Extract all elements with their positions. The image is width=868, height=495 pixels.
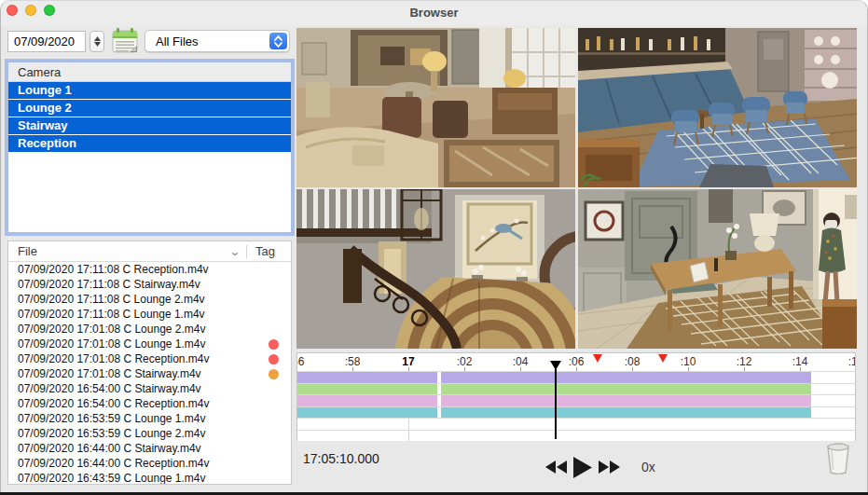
timeline-track-stairway[interactable] [297,394,855,406]
trash-icon[interactable] [824,443,852,474]
file-column-header[interactable]: File [8,244,230,258]
file-row[interactable]: 07/09/2020 17:11:08 C Lounge 1.m4v [8,307,291,322]
file-row[interactable]: 07/09/2020 16:53:59 C Lounge 1.m4v [8,411,291,426]
stepper-down-icon[interactable] [94,42,101,47]
select-chevrons-icon [269,33,287,49]
file-name: 07/09/2020 17:01:08 C Lounge 2.m4v [18,323,206,336]
file-name: 07/09/2020 16:44:00 C Reception.m4v [18,457,209,470]
date-stepper[interactable] [90,31,104,52]
timeline-tick-label: :08 [625,355,641,368]
recording-segment[interactable] [441,372,811,383]
timeline-tick-label: :12 [737,355,752,368]
timeline-track-lounge-2[interactable] [297,383,855,395]
timeline-track-lounge-1[interactable] [297,371,855,383]
rewind-icon [545,461,567,474]
file-name: 07/09/2020 17:11:08 C Stairway.m4v [18,278,200,291]
file-row[interactable]: 07/09/2020 16:43:59 C Lounge 1.m4v [8,471,291,485]
current-time-display: 17:05:10.000 [303,451,379,466]
file-name: 07/09/2020 16:53:59 C Lounge 2.m4v [18,427,206,440]
event-marker-icon[interactable] [658,354,668,363]
file-row[interactable]: 07/09/2020 17:11:08 C Stairway.m4v [8,277,291,292]
recording-segment[interactable] [297,395,437,406]
recording-segment[interactable] [441,384,811,395]
file-row[interactable]: 07/09/2020 17:11:08 C Lounge 2.m4v [8,292,291,307]
recording-segment[interactable] [297,407,437,419]
timeline-tick-label: 17 [402,355,414,368]
file-name: 07/09/2020 17:01:08 C Lounge 1.m4v [18,337,206,351]
timeline-tick-label: :58 [345,355,361,368]
file-name: 07/09/2020 16:44:00 C Stairway.m4v [18,442,201,455]
camera-view-stairway[interactable] [296,189,575,349]
camera-row-lounge-1[interactable]: Lounge 1 [8,82,291,100]
file-name: 07/09/2020 16:53:59 C Lounge 1.m4v [18,412,206,425]
recording-segment[interactable] [297,372,437,383]
event-marker-icon[interactable] [593,354,602,363]
camera-view-reception[interactable] [578,189,857,349]
timeline-ruler[interactable]: :56:5817:02:04:06:08:10:12:14:16 [297,353,855,371]
speed-label: 0x [641,460,655,474]
play-icon [573,457,592,478]
camera-row-reception[interactable]: Reception [8,135,291,153]
file-row[interactable]: 07/09/2020 17:01:08 C Lounge 2.m4v [8,322,291,337]
timeline-tracks [297,371,855,441]
camera-row-stairway[interactable]: Stairway [8,117,291,135]
titlebar: Browser [0,0,868,26]
timeline[interactable]: :56:5817:02:04:06:08:10:12:14:16 [296,352,856,441]
recording-segment[interactable] [297,384,437,395]
timeline-tick-label: :16 [848,355,855,368]
stepper-up-icon[interactable] [94,36,101,41]
file-row[interactable]: 07/09/2020 16:44:00 C Stairway.m4v [8,441,291,456]
timeline-empty-row[interactable] [297,430,855,442]
play-button[interactable] [573,457,592,478]
recording-segment[interactable] [441,407,811,419]
file-list-header: File ⌄ Tag [8,241,291,262]
camera-list: Camera Lounge 1Lounge 2StairwayReception [7,62,292,233]
file-row[interactable]: 07/09/2020 17:01:08 C Reception.m4v [8,351,291,366]
file-name: 07/09/2020 17:11:08 C Lounge 1.m4v [18,308,205,321]
camera-view-lounge-1[interactable] [296,28,575,187]
timeline-tick-label: :14 [792,355,808,368]
timeline-tick-label: :06 [569,355,585,368]
file-filter-value: All Files [156,31,199,52]
calendar-icon[interactable] [111,27,139,54]
timeline-tick-label: :02 [457,355,473,368]
fast-forward-icon [599,461,620,474]
file-filter-select[interactable]: All Files [145,30,290,52]
reception-video-frame [578,189,857,349]
playhead-line [555,369,557,439]
timeline-track-reception[interactable] [297,406,855,419]
file-row[interactable]: 07/09/2020 17:11:08 C Reception.m4v [8,262,291,277]
file-row[interactable]: 07/09/2020 16:53:59 C Lounge 2.m4v [8,426,291,441]
transport-controls: 0x [545,455,655,479]
tag-column-header[interactable]: Tag [247,244,291,258]
file-name: 07/09/2020 16:54:00 C Stairway.m4v [18,382,201,395]
file-row[interactable]: 07/09/2020 17:01:08 C Stairway.m4v [8,366,291,381]
rewind-button[interactable] [545,461,567,474]
file-row[interactable]: 07/09/2020 16:54:00 C Stairway.m4v [8,381,291,396]
camera-view-lounge-2[interactable] [578,28,857,187]
file-name: 07/09/2020 16:43:59 C Lounge 1.m4v [18,472,206,485]
camera-row-lounge-2[interactable]: Lounge 2 [8,100,291,117]
file-row[interactable]: 07/09/2020 17:01:08 C Lounge 1.m4v [8,337,291,351]
tag-dot-orange [269,369,279,379]
tag-dot-red [269,354,279,364]
fast-forward-button[interactable] [599,461,620,474]
date-field[interactable]: 07/09/2020 [7,31,86,52]
hour-gridline [408,419,409,430]
camera-list-header: Camera [8,62,291,82]
file-name: 07/09/2020 17:01:08 C Reception.m4v [18,352,209,365]
lounge-2-video-frame [578,28,857,187]
browser-window: Browser 07/09/2020 All Files Came [0,0,868,495]
recording-segment[interactable] [441,395,811,406]
file-name: 07/09/2020 17:01:08 C Stairway.m4v [18,367,201,380]
hour-gridline [408,431,409,442]
file-row[interactable]: 07/09/2020 16:44:00 C Reception.m4v [8,456,291,471]
file-name: 07/09/2020 17:11:08 C Reception.m4v [18,263,209,276]
file-name: 07/09/2020 17:11:08 C Lounge 2.m4v [18,293,205,306]
tag-dot-red [269,339,279,350]
sort-chevron-down-icon[interactable]: ⌄ [228,245,241,258]
file-list: File ⌄ Tag 07/09/2020 17:11:08 C Recepti… [7,241,292,485]
timeline-tick-label: :56 [297,355,304,368]
timeline-empty-row[interactable] [297,418,855,430]
file-row[interactable]: 07/09/2020 16:54:00 C Reception.m4v [8,396,291,411]
